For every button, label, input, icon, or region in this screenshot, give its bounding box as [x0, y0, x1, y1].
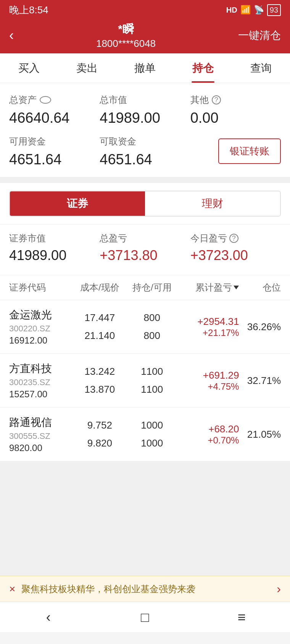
stock-code-1: 300220.SZ	[9, 324, 72, 334]
stock-profit-3: +68.20 +0.70%	[176, 423, 239, 446]
th-stock: 证券代码	[9, 281, 72, 294]
other-item: 其他 ? 0.00	[190, 94, 281, 126]
stock-position-2: 32.71%	[239, 375, 281, 387]
empty-content-area	[0, 461, 290, 576]
total-assets-item: 总资产 46640.64	[9, 94, 100, 126]
profit-pct-2: +4.75%	[176, 381, 239, 392]
withdrawable-funds-label: 可取资金	[100, 135, 190, 148]
available-funds-value: 4651.64	[9, 151, 100, 168]
nav-tabs: 买入 卖出 撤单 持仓 查询	[0, 53, 290, 83]
nav-menu-button[interactable]: ≡	[193, 609, 290, 625]
portfolio-market-value: 证券市值 41989.00	[9, 232, 100, 263]
stock-cost-3: 9.752	[72, 416, 127, 434]
stock-name-2: 方直科技	[9, 361, 72, 376]
stock-market-val-2: 15257.00	[9, 389, 72, 400]
stock-market-val-3: 9820.00	[9, 443, 72, 453]
eye-icon[interactable]	[40, 96, 51, 104]
stock-avail-3: 1000	[127, 434, 176, 452]
available-funds-item: 可用资金 4651.64	[9, 135, 100, 168]
portfolio-total-profit-label: 总盈亏	[100, 232, 190, 244]
notification-close-button[interactable]: ×	[9, 583, 15, 595]
table-row[interactable]: 方直科技 300235.SZ 15257.00 13.242 13.870 11…	[0, 354, 290, 408]
toggle-section: 证券 理财	[0, 183, 290, 224]
portfolio-market-value-label: 证券市值	[9, 232, 100, 244]
stock-qty-3: 1000 1000	[127, 416, 176, 452]
status-time: 晚上8:54	[9, 3, 48, 17]
tab-hold[interactable]: 持仓	[174, 53, 232, 83]
stock-qty-2: 1100 1100	[127, 363, 176, 398]
portfolio-summary: 证券市值 41989.00 总盈亏 +3713.80 今日盈亏 ? +3723.…	[0, 224, 290, 275]
table-row[interactable]: 路通视信 300555.SZ 9820.00 9.752 9.820 1000 …	[0, 408, 290, 461]
nav-home-button[interactable]: □	[97, 609, 193, 625]
tab-sell[interactable]: 卖出	[58, 53, 116, 83]
status-bar: 晚上8:54 HD 📶 📡 93	[0, 0, 290, 20]
profit-abs-3: +68.20	[176, 423, 239, 435]
profit-abs-2: +691.29	[176, 369, 239, 381]
notification-arrow-icon[interactable]: ›	[277, 582, 281, 596]
profit-pct-3: +0.70%	[176, 435, 239, 446]
withdrawable-funds-item: 可取资金 4651.64	[100, 135, 190, 168]
stock-prices-1: 17.447 21.140	[72, 309, 127, 345]
sort-arrow-icon[interactable]	[234, 286, 239, 289]
status-icons: HD 📶 📡 93	[226, 4, 281, 16]
stock-current-1: 21.140	[72, 327, 127, 345]
stock-market-val-1: 16912.00	[9, 335, 72, 346]
th-hold: 持仓/可用	[127, 281, 176, 294]
stock-avail-2: 1100	[127, 381, 176, 398]
stock-position-1: 36.26%	[239, 321, 281, 333]
tab-buy[interactable]: 买入	[0, 53, 58, 83]
account-number: 1800****6048	[96, 38, 156, 50]
total-market-item: 总市值 41989.00	[100, 94, 190, 126]
other-label: 其他	[190, 94, 209, 106]
account-name: *瞬	[96, 21, 156, 37]
total-market-label: 总市值	[100, 94, 190, 106]
toggle-securities[interactable]: 证券	[10, 191, 145, 216]
battery-indicator: 93	[267, 4, 281, 16]
toggle-bar: 证券 理财	[9, 191, 281, 217]
notification-bar: × 聚焦科技板块精华，科创创业基金强势来袭 ›	[0, 576, 290, 602]
hd-icon: HD	[226, 6, 237, 14]
stock-info-1: 金运激光 300220.SZ 16912.00	[9, 308, 72, 346]
th-position: 仓位	[239, 281, 281, 294]
toggle-finance[interactable]: 理财	[145, 191, 280, 216]
portfolio-today-profit-label: 今日盈亏	[190, 232, 227, 244]
table-row[interactable]: 金运激光 300220.SZ 16912.00 17.447 21.140 80…	[0, 300, 290, 354]
portfolio-total-profit: 总盈亏 +3713.80	[100, 232, 190, 263]
portfolio-today-profit: 今日盈亏 ? +3723.00	[190, 232, 281, 263]
stock-profit-1: +2954.31 +21.17%	[176, 316, 239, 338]
help-icon[interactable]: ?	[212, 95, 221, 104]
header-center: *瞬 1800****6048	[96, 21, 156, 50]
stock-hold-3: 1000	[127, 416, 176, 434]
bank-transfer-button[interactable]: 银证转账	[218, 138, 281, 164]
portfolio-market-value-amount: 41989.00	[9, 247, 100, 263]
stock-prices-3: 9.752 9.820	[72, 416, 127, 452]
table-header: 证券代码 成本/现价 持仓/可用 累计盈亏 仓位	[0, 275, 290, 300]
back-button[interactable]: ‹	[9, 27, 14, 43]
assets-section: 总资产 46640.64 总市值 41989.00 其他 ? 0.00 可用资金…	[0, 83, 290, 177]
today-profit-help-icon[interactable]: ?	[229, 234, 238, 243]
stock-name-3: 路通视信	[9, 415, 72, 430]
stock-code-3: 300555.SZ	[9, 431, 72, 441]
stock-current-2: 13.870	[72, 381, 127, 398]
bank-transfer-container: 银证转账	[190, 135, 281, 164]
withdrawable-funds-value: 4651.64	[100, 151, 190, 168]
tab-query[interactable]: 查询	[232, 53, 290, 83]
stock-cost-2: 13.242	[72, 363, 127, 381]
stock-name-1: 金运激光	[9, 308, 72, 322]
stock-info-3: 路通视信 300555.SZ 9820.00	[9, 415, 72, 453]
other-value: 0.00	[190, 110, 281, 126]
one-click-clear-button[interactable]: 一键清仓	[238, 28, 281, 43]
profit-abs-1: +2954.31	[176, 316, 239, 328]
th-profit: 累计盈亏	[176, 281, 239, 294]
total-assets-value: 46640.64	[9, 110, 100, 126]
stock-qty-1: 800 800	[127, 309, 176, 345]
nav-back-button[interactable]: ‹	[0, 609, 97, 625]
stock-current-3: 9.820	[72, 434, 127, 452]
tab-cancel[interactable]: 撤单	[116, 53, 174, 83]
bottom-nav: ‹ □ ≡	[0, 602, 290, 632]
stock-code-2: 300235.SZ	[9, 377, 72, 387]
stock-prices-2: 13.242 13.870	[72, 363, 127, 398]
portfolio-total-profit-value: +3713.80	[100, 247, 190, 263]
signal-icon: 📶	[240, 5, 251, 15]
portfolio-today-profit-value: +3723.00	[190, 247, 281, 263]
